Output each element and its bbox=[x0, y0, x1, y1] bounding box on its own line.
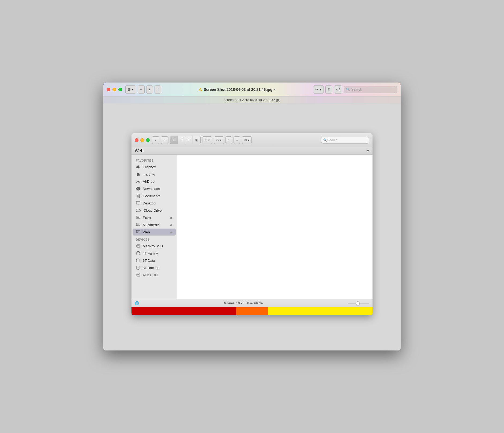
finder-action-menu-button[interactable]: ⚙ ▾ bbox=[214, 136, 224, 144]
sidebar-toggle-button[interactable]: ⊟ ▾ bbox=[125, 85, 136, 94]
coverflow-view-icon: ▣ bbox=[195, 138, 198, 142]
slider-thumb[interactable] bbox=[356, 301, 360, 305]
sidebar-item-4tfamily[interactable]: 4T Family bbox=[133, 250, 176, 257]
title-chevron: ▾ bbox=[274, 88, 276, 91]
zoom-in-button[interactable]: + bbox=[146, 85, 153, 94]
info-icon: ⓘ bbox=[336, 87, 340, 92]
finder-search-icon: 🔍 bbox=[323, 138, 327, 142]
downloads-icon bbox=[136, 186, 141, 191]
sidebar-home-label: martinlo bbox=[143, 172, 172, 176]
finder-traffic-lights bbox=[135, 138, 150, 142]
finder-view-coverflow-btn[interactable]: ▣ bbox=[193, 136, 200, 144]
drive2-icon-family bbox=[136, 251, 141, 256]
sidebar-item-documents[interactable]: Documents bbox=[133, 192, 176, 199]
finder-fullscreen-button[interactable] bbox=[146, 138, 150, 142]
sidebar-desktop-label: Desktop bbox=[143, 201, 172, 205]
sidebar-toggle-chevron: ▾ bbox=[132, 87, 134, 91]
zoom-out-button[interactable]: − bbox=[138, 85, 145, 94]
preview-search-input[interactable] bbox=[344, 86, 397, 93]
finder-close-button[interactable] bbox=[135, 138, 138, 142]
network-icon-web bbox=[136, 230, 141, 234]
finder-share-button[interactable]: ↑ bbox=[225, 136, 232, 144]
finder-view-list-btn[interactable]: ☰ bbox=[178, 136, 185, 144]
share-icon: ↑ bbox=[228, 138, 230, 142]
sidebar-item-downloads[interactable]: Downloads bbox=[133, 185, 176, 192]
markup-chevron: ▾ bbox=[319, 87, 321, 91]
preview-content-area: ‹ › ⊞ ☰ ⊟ bbox=[103, 103, 401, 350]
sidebar-item-dropbox[interactable]: Dropbox bbox=[133, 163, 176, 170]
sidebar-4tfamily-label: 4T Family bbox=[143, 251, 172, 255]
pen-markup-button[interactable]: ✏ ▾ bbox=[313, 85, 324, 94]
sidebar-item-extra[interactable]: Extra ⏏ bbox=[133, 214, 176, 221]
forward-icon: › bbox=[164, 138, 166, 142]
finder-arrange-button[interactable]: ⊞ ▾ bbox=[202, 136, 212, 144]
list-view-icon: ☰ bbox=[180, 138, 183, 142]
finder-dropbox-button[interactable]: ❄ ▾ bbox=[242, 136, 252, 144]
network-icon-extra bbox=[136, 215, 141, 220]
sidebar-item-multimedia[interactable]: Multimedia ⏏ bbox=[133, 221, 176, 228]
preview-search-wrapper: 🔍 bbox=[344, 86, 397, 93]
statusbar-zoom-slider[interactable] bbox=[348, 303, 369, 304]
sidebar-item-macpro[interactable]: MacPro SSD bbox=[133, 242, 176, 249]
copy-icon: ⎘ bbox=[328, 87, 330, 91]
sidebar-item-airdrop[interactable]: AirDrop bbox=[133, 178, 176, 185]
sidebar-downloads-label: Downloads bbox=[143, 187, 172, 191]
finder-main-content[interactable] bbox=[177, 155, 373, 299]
sidebar-item-web[interactable]: Web ⏏ bbox=[133, 229, 176, 236]
sidebar-icon: ⊟ bbox=[128, 87, 131, 91]
finder-view-icon-btn[interactable]: ⊞ bbox=[170, 136, 178, 144]
network-icon-multimedia bbox=[136, 222, 141, 227]
zoom-out-icon: − bbox=[140, 87, 142, 91]
finder-window: ‹ › ⊞ ☰ ⊟ bbox=[131, 133, 373, 315]
svg-point-24 bbox=[137, 252, 140, 253]
sidebar-item-8tbackup[interactable]: 8T Backup bbox=[133, 264, 176, 271]
favorites-section-label: Favorites bbox=[131, 157, 177, 163]
dropbox-chevron: ▾ bbox=[248, 138, 249, 142]
sidebar-item-home[interactable]: martinlo bbox=[133, 171, 176, 178]
home-icon bbox=[136, 172, 141, 177]
color-strip-yellow bbox=[268, 307, 373, 315]
info-button[interactable]: ⓘ bbox=[334, 85, 342, 94]
copy-button[interactable]: ⎘ bbox=[325, 85, 332, 94]
sidebar-item-icloud[interactable]: iCloud Drive bbox=[133, 207, 176, 214]
svg-point-25 bbox=[137, 259, 140, 260]
svg-rect-7 bbox=[136, 216, 140, 218]
traffic-lights bbox=[107, 88, 122, 91]
finder-view-column-btn[interactable]: ⊟ bbox=[185, 136, 193, 144]
sidebar-item-6tdata[interactable]: 6T Data bbox=[133, 257, 176, 264]
preview-window: ⊟ ▾ − + ↑ ⚠ Screen Shot 2018-04-03 at 20… bbox=[103, 83, 401, 350]
sidebar-web-eject[interactable]: ⏏ bbox=[170, 230, 172, 234]
drive2-icon-backup bbox=[136, 265, 141, 270]
svg-rect-4 bbox=[136, 201, 140, 204]
finder-add-tab-button[interactable]: + bbox=[366, 148, 369, 154]
share-icon: ↑ bbox=[157, 87, 159, 91]
finder-minimize-button[interactable] bbox=[140, 138, 144, 142]
sidebar-item-4tbhdd[interactable]: 4TB HDD bbox=[133, 271, 176, 278]
finder-search-wrapper: 🔍 bbox=[321, 137, 369, 144]
share-button[interactable]: ↑ bbox=[155, 85, 161, 94]
finder-forward-button[interactable]: › bbox=[161, 136, 168, 144]
sidebar-web-label: Web bbox=[143, 230, 168, 234]
sidebar-item-desktop[interactable]: Desktop bbox=[133, 200, 176, 207]
sidebar-multimedia-label: Multimedia bbox=[143, 223, 168, 227]
sidebar-multimedia-eject[interactable]: ⏏ bbox=[170, 223, 172, 227]
fullscreen-button[interactable] bbox=[118, 88, 122, 91]
column-view-icon: ⊟ bbox=[188, 138, 190, 142]
sidebar-4tbhdd-label: 4TB HDD bbox=[143, 273, 172, 277]
finder-sidebar: Favorites Dropbox bbox=[131, 155, 177, 299]
drive2-icon-hdd bbox=[136, 273, 141, 277]
finder-search-input[interactable] bbox=[321, 137, 369, 144]
sidebar-extra-eject[interactable]: ⏏ bbox=[170, 216, 172, 219]
finder-back-button[interactable]: ‹ bbox=[152, 136, 159, 144]
close-button[interactable] bbox=[107, 88, 110, 91]
minimize-button[interactable] bbox=[112, 88, 116, 91]
airdrop-icon bbox=[136, 179, 141, 184]
color-strip-orange bbox=[236, 307, 268, 315]
finder-path-label: Web bbox=[135, 148, 144, 153]
back-icon: ‹ bbox=[155, 138, 156, 142]
finder-tag-button[interactable]: ○ bbox=[234, 136, 240, 144]
zoom-in-icon: + bbox=[149, 87, 151, 91]
desktop-icon bbox=[136, 201, 141, 206]
pen-icon: ✏ bbox=[315, 87, 318, 91]
gear-icon: ⚙ bbox=[216, 138, 219, 142]
